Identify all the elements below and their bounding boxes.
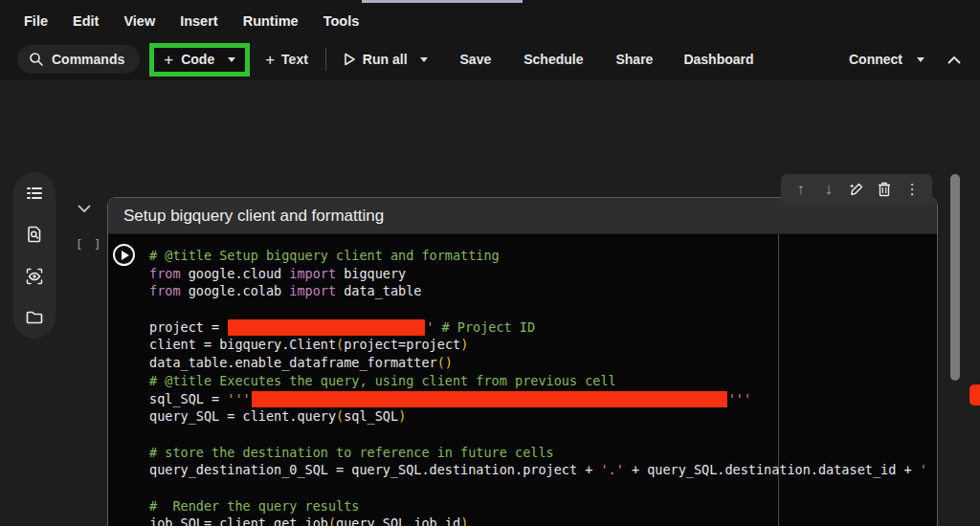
commands-button[interactable]: Commands [17, 45, 140, 74]
chevron-down-icon[interactable] [228, 57, 235, 62]
add-code-button[interactable]: Code [181, 52, 214, 67]
code-line: from google.colab import data_table [149, 282, 937, 300]
menu-view[interactable]: View [123, 13, 155, 29]
plus-icon: + [164, 52, 173, 68]
notebook-area: [ ] Setup bigquery client and formatting… [0, 80, 980, 526]
code-token: query_SQL.job_id [336, 515, 460, 526]
run-all-button[interactable]: Run all [334, 46, 437, 73]
save-button[interactable]: Save [447, 46, 505, 73]
code-line: from google.cloud import bigquery [149, 265, 937, 283]
code-token: bigquery [336, 266, 406, 281]
code-line [149, 300, 937, 318]
code-token: sql_SQL = [149, 391, 227, 406]
code-token: google.cloud [181, 266, 290, 281]
plus-icon: + [265, 52, 275, 68]
code-token: data_table [336, 283, 421, 298]
code-token: project = [149, 319, 227, 335]
share-button[interactable]: Share [602, 46, 666, 73]
code-token: sql_SQL [344, 408, 398, 424]
code-token: google.colab [181, 283, 290, 298]
code-token: # @title Setup bigquery client and forma… [149, 248, 500, 263]
code-token: + query_SQL.destination.dataset_id + [624, 462, 920, 477]
code-line: project = ' # Project ID [149, 318, 937, 337]
menu-insert[interactable]: Insert [180, 13, 218, 29]
find-and-replace-icon[interactable] [24, 224, 45, 245]
toolbar: Commands + Code + Text Run all Save Sche… [0, 38, 980, 80]
code-line: # Render the query results [149, 497, 937, 515]
code-token: from [149, 266, 181, 281]
schedule-button[interactable]: Schedule [510, 46, 596, 73]
ai-edit-button[interactable] [845, 178, 868, 201]
dashboard-button[interactable]: Dashboard [670, 46, 767, 73]
redaction-bar [228, 319, 425, 336]
code-editor[interactable]: # @title Setup bigquery client and forma… [108, 234, 937, 526]
code-token: ) [460, 337, 468, 352]
toolbar-divider [325, 48, 326, 71]
code-token: query_destination_0_SQL = query_SQL.dest… [149, 462, 600, 477]
delete-cell-button[interactable] [873, 178, 896, 201]
menu-edit[interactable]: Edit [73, 13, 99, 29]
connect-button[interactable]: Connect [839, 46, 934, 73]
menu-file[interactable]: File [24, 13, 48, 29]
play-outline-icon [344, 53, 356, 66]
code-token: ''' [728, 391, 751, 406]
code-line: query_destination_0_SQL = query_SQL.dest… [149, 461, 937, 479]
code-token: from [149, 283, 181, 298]
vertical-scrollbar[interactable] [950, 174, 960, 381]
sidebar [13, 172, 56, 339]
move-cell-down-button[interactable]: ↓ [817, 178, 840, 201]
cell-toolbar: ↑ ↓ ⋮ [781, 174, 932, 204]
code-token: ( [328, 515, 336, 526]
code-token: ( [336, 408, 344, 424]
variable-inspector-icon[interactable] [24, 266, 45, 287]
toolbar-right-group: Connect [839, 46, 961, 73]
code-cell: Setup bigquery client and formatting # @… [107, 197, 938, 526]
code-line: # @title Setup bigquery client and forma… [149, 247, 937, 265]
ai-pencil-icon [848, 181, 865, 198]
code-token: # Project ID [442, 319, 536, 335]
add-text-button[interactable]: + Text [256, 46, 318, 74]
code-token: '.' [600, 462, 623, 477]
code-token: client = bigquery.Client [149, 337, 336, 352]
top-chrome: File Edit View Insert Runtime Tools Comm… [0, 0, 980, 80]
redaction-mark [969, 384, 980, 405]
code-line: query_SQL = client.query(sql_SQL) [149, 407, 937, 426]
code-line: client = bigquery.Client(project=project… [149, 336, 937, 354]
menu-runtime[interactable]: Runtime [243, 13, 299, 29]
menu-tools[interactable]: Tools [323, 13, 360, 29]
trash-icon [877, 181, 892, 197]
chevron-down-icon[interactable] [420, 57, 428, 62]
menubar: File Edit View Insert Runtime Tools [24, 8, 359, 34]
commands-label: Commands [52, 52, 124, 67]
add-text-label: Text [281, 52, 308, 67]
collapse-header-icon[interactable] [947, 55, 961, 64]
code-token: () [437, 355, 453, 370]
table-of-contents-icon[interactable] [24, 183, 45, 204]
browser-tab-edge [362, 0, 523, 3]
code-line [149, 479, 937, 497]
code-line [149, 426, 937, 444]
run-cell-button[interactable] [113, 244, 135, 266]
execution-count-indicator: [ ] [76, 237, 103, 252]
code-token: job_SQL= client.get_job [149, 515, 328, 526]
run-all-label: Run all [363, 52, 408, 67]
code-line: data_table.enable_dataframe_formatter() [149, 354, 937, 372]
play-icon [122, 251, 129, 260]
code-token: ''' [227, 391, 250, 406]
code-token: data_table.enable_dataframe_formatter [149, 355, 437, 370]
code-token: ) [460, 515, 468, 526]
code-token: import [289, 266, 336, 281]
files-icon[interactable] [24, 307, 45, 328]
move-cell-up-button[interactable]: ↑ [790, 178, 813, 201]
code-token: ( [336, 337, 344, 352]
more-options-button[interactable]: ⋮ [901, 178, 924, 201]
search-icon [29, 52, 44, 67]
code-token: import [289, 283, 336, 298]
chevron-down-icon[interactable] [917, 57, 924, 62]
code-lines: # @title Setup bigquery client and forma… [149, 247, 937, 526]
collapse-cell-chevron-icon[interactable] [78, 205, 91, 213]
connect-label: Connect [849, 52, 902, 67]
code-token [434, 319, 441, 335]
code-token: project=project [344, 337, 460, 352]
code-line: job_SQL= client.get_job(query_SQL.job_id… [149, 515, 937, 526]
